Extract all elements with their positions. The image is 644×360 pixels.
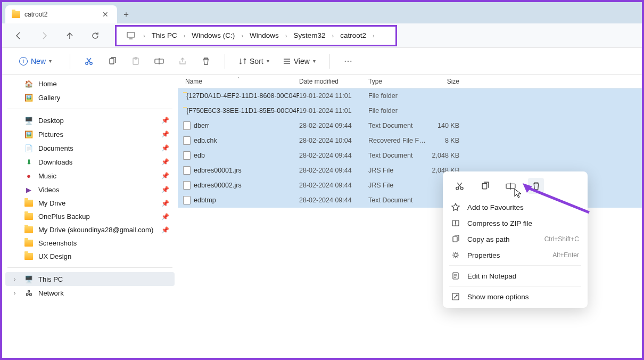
- column-size[interactable]: Size: [426, 78, 465, 85]
- pictures-icon: 🖼️: [24, 130, 33, 138]
- share-icon[interactable]: [178, 56, 187, 66]
- delete-icon[interactable]: [201, 56, 211, 66]
- context-menu-item[interactable]: Compress to ZIP file: [446, 215, 584, 231]
- sidebar-item-label: This PC: [38, 275, 63, 283]
- cut-icon[interactable]: [84, 56, 94, 66]
- file-name: {F750E6C3-38EE-11D1-85E5-00C04FC295...: [186, 107, 299, 114]
- rename-icon[interactable]: [154, 56, 164, 66]
- table-row[interactable]: {F750E6C3-38EE-11D1-85E5-00C04FC295...19…: [178, 103, 642, 118]
- sidebar-item-desktop[interactable]: 🖥️Desktop📌: [5, 113, 175, 127]
- crumb-catroot2[interactable]: catroot2: [340, 31, 366, 39]
- sidebar-item-thispc[interactable]: › 🖥️ This PC: [5, 272, 175, 286]
- chevron-right-icon[interactable]: ›: [184, 32, 186, 39]
- sidebar-item-oneplus[interactable]: OnePlus Backup📌: [5, 210, 175, 223]
- sidebar-item-home[interactable]: 🏠 Home: [5, 77, 175, 91]
- chevron-right-icon[interactable]: ›: [241, 32, 243, 39]
- chevron-right-icon[interactable]: ›: [373, 32, 375, 39]
- cursor-icon: [514, 189, 522, 198]
- music-icon: ●: [24, 171, 33, 180]
- folder-icon: [24, 213, 33, 220]
- context-menu-item[interactable]: Show more options: [446, 289, 584, 305]
- context-menu-item[interactable]: Edit in Notepad: [446, 268, 584, 284]
- plus-icon: +: [19, 57, 28, 66]
- folder-icon: [24, 226, 33, 233]
- notepad-icon: [451, 272, 460, 280]
- tab-title: catroot2: [24, 11, 47, 18]
- thispc-root-icon[interactable]: [125, 30, 137, 42]
- file-size: 140 KB: [426, 122, 465, 129]
- thispc-icon: 🖥️: [24, 275, 33, 283]
- breadcrumb[interactable]: › This PC › Windows (C:) › Windows › Sys…: [115, 25, 397, 46]
- sidebar-item-label: UX Design: [38, 252, 71, 260]
- crumb-drive[interactable]: Windows (C:): [192, 31, 235, 39]
- forward-button[interactable]: [38, 30, 50, 42]
- chevron-right-icon[interactable]: ›: [14, 276, 15, 282]
- sidebar-item-downloads[interactable]: ⬇Downloads📌: [5, 155, 175, 169]
- table-row[interactable]: {127D0A1D-4EF2-11D1-8608-00C04FC295...19…: [178, 88, 642, 103]
- context-menu-label: Properties: [467, 251, 500, 259]
- file-type: Text Document: [368, 152, 426, 159]
- sort-button[interactable]: Sort ▾: [239, 57, 269, 66]
- shortcut-text: Ctrl+Shift+C: [544, 235, 579, 243]
- sidebar-item-screenshots[interactable]: Screenshots: [5, 236, 175, 250]
- divider: [449, 286, 581, 287]
- tab-catroot2[interactable]: catroot2 ✕: [5, 5, 117, 23]
- crumb-system32[interactable]: System32: [293, 31, 325, 39]
- new-tab-button[interactable]: ＋: [117, 5, 135, 23]
- sidebar-item-mydrive[interactable]: My Drive📌: [5, 197, 175, 210]
- new-button[interactable]: + New ▾: [15, 55, 56, 68]
- sidebar-item-videos[interactable]: ▶Videos📌: [5, 183, 175, 197]
- file-date: 19-01-2024 11:01: [299, 92, 368, 100]
- chevron-right-icon[interactable]: ›: [14, 290, 15, 296]
- copy-icon[interactable]: [108, 56, 117, 66]
- context-menu-label: Copy as path: [467, 235, 510, 243]
- file-type: JRS File: [368, 167, 426, 174]
- context-menu-label: Compress to ZIP file: [467, 219, 532, 227]
- divider: [225, 54, 225, 69]
- toolbar: + New ▾ Sort ▾ View ▾ ⋯: [2, 48, 642, 75]
- context-menu-item[interactable]: PropertiesAlt+Enter: [446, 247, 584, 263]
- more-icon[interactable]: ⋯: [344, 56, 353, 66]
- file-name: edb.chk: [194, 137, 217, 144]
- sidebar-item-music[interactable]: ●Music📌: [5, 169, 175, 183]
- file-type: JRS File: [368, 182, 426, 189]
- cut-icon[interactable]: [451, 178, 467, 194]
- chevron-right-icon[interactable]: ›: [285, 32, 287, 39]
- paste-icon[interactable]: [131, 56, 141, 66]
- sidebar-item-network[interactable]: › 🖧 Network: [5, 286, 175, 300]
- sidebar-item-gallery[interactable]: 🖼️ Gallery: [5, 91, 175, 104]
- folder-icon: [24, 200, 33, 207]
- crumb-windows[interactable]: Windows: [250, 31, 279, 39]
- column-type[interactable]: Type: [368, 78, 426, 85]
- new-label: New: [31, 57, 46, 66]
- sidebar-item-uxdesign[interactable]: UX Design: [5, 250, 175, 263]
- sidebar-item-label: Documents: [38, 144, 73, 152]
- table-row[interactable]: edb28-02-2024 09:44Text Document2,048 KB: [178, 148, 642, 163]
- copy-icon[interactable]: [477, 178, 493, 194]
- chevron-right-icon[interactable]: ›: [143, 32, 145, 39]
- crumb-thispc[interactable]: This PC: [152, 31, 177, 39]
- context-menu-item[interactable]: Copy as pathCtrl+Shift+C: [446, 231, 584, 247]
- file-date: 28-02-2024 10:04: [299, 137, 368, 144]
- column-date[interactable]: Date modified: [299, 78, 368, 85]
- file-date: 28-02-2024 09:44: [299, 122, 368, 129]
- chevron-right-icon[interactable]: ›: [332, 32, 334, 39]
- column-name[interactable]: ˄Name: [178, 78, 299, 85]
- back-button[interactable]: [13, 30, 24, 42]
- sidebar-item-pictures[interactable]: 🖼️Pictures📌: [5, 127, 175, 141]
- sidebar-item-mydrive2[interactable]: My Drive (skoundinya28@gmail.com)📌: [5, 223, 175, 236]
- refresh-button[interactable]: [89, 30, 101, 42]
- table-row[interactable]: edb.chk28-02-2024 10:04Recovered File Fr…: [178, 133, 642, 148]
- up-button[interactable]: [64, 30, 76, 42]
- file-name: edb: [194, 152, 205, 159]
- shortcut-text: Alt+Enter: [552, 251, 579, 259]
- file-icon: [183, 151, 191, 160]
- zip-icon: [451, 219, 460, 227]
- sidebar-item-documents[interactable]: 📄Documents📌: [5, 141, 175, 155]
- sidebar-item-label: My Drive (skoundinya28@gmail.com): [38, 226, 153, 234]
- table-row[interactable]: dberr28-02-2024 09:44Text Document140 KB: [178, 118, 642, 133]
- divider: [70, 54, 70, 69]
- close-icon[interactable]: ✕: [100, 9, 111, 20]
- view-button[interactable]: View ▾: [283, 57, 316, 66]
- context-menu-label: Show more options: [467, 293, 529, 301]
